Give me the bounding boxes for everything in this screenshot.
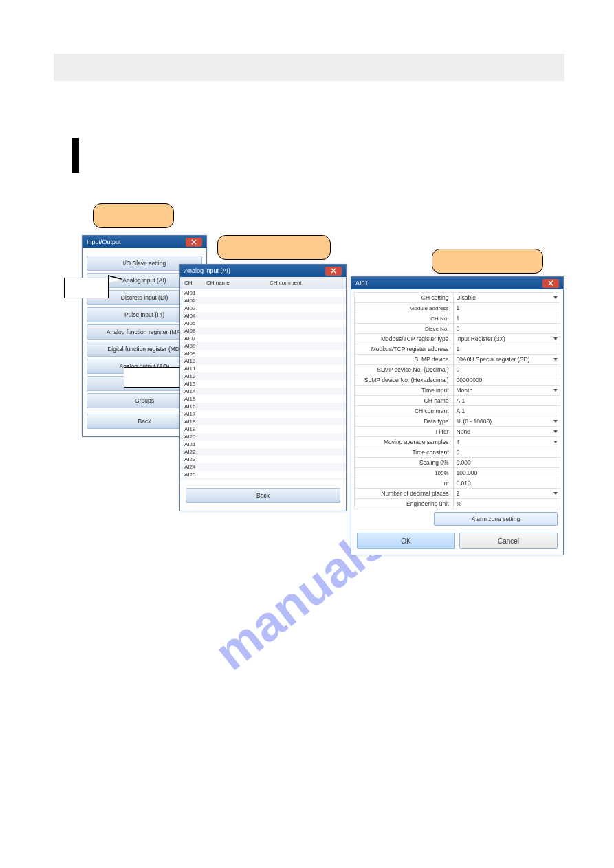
field-value[interactable]: 4	[453, 437, 560, 447]
list-item[interactable]: AI13	[180, 380, 346, 388]
field-value[interactable]: 0.000	[453, 458, 560, 468]
table-row: CH settingDisable	[355, 293, 560, 303]
list-item[interactable]: AI17	[180, 410, 346, 418]
window-title: AI01	[355, 277, 369, 289]
btn-back[interactable]: Back	[186, 488, 340, 503]
close-icon[interactable]	[325, 267, 342, 276]
field-value[interactable]: 0	[453, 365, 560, 375]
callout-box-1	[64, 278, 109, 298]
list-item[interactable]: AI08	[180, 342, 346, 350]
field-label: Data type	[355, 416, 454, 427]
list-item[interactable]: AI19	[180, 425, 346, 433]
col-comment: CH comment	[270, 280, 302, 286]
left-margin-marker	[72, 138, 79, 173]
field-label: Slave No.	[355, 324, 454, 334]
list-item[interactable]: AI18	[180, 418, 346, 425]
table-row: FilterNone	[355, 427, 560, 437]
field-value[interactable]: None	[453, 427, 560, 437]
window-title: Analog input (AI)	[184, 265, 230, 277]
field-value[interactable]: 00A0H Special register (SD)	[453, 355, 560, 365]
field-value[interactable]: 00000000	[453, 375, 560, 386]
list-item[interactable]: AI23	[180, 456, 346, 463]
field-label: Modbus/TCP register type	[355, 334, 454, 344]
titlebar[interactable]: Analog input (AI)	[180, 265, 346, 277]
close-icon[interactable]	[542, 279, 559, 288]
btn-alarm-zone-setting[interactable]: Alarm zone setting	[434, 512, 558, 526]
list-item[interactable]: AI15	[180, 395, 346, 403]
list-item[interactable]: AI10	[180, 357, 346, 365]
field-label: Module address	[355, 303, 454, 313]
table-row: CH No.1	[355, 313, 560, 324]
table-row: Engineering unit%	[355, 499, 560, 509]
table-row: Time inputMonth	[355, 386, 560, 396]
field-label: CH No.	[355, 313, 454, 324]
list-item[interactable]: AI20	[180, 433, 346, 441]
titlebar[interactable]: AI01	[351, 277, 563, 289]
field-value[interactable]: % (0 - 10000)	[453, 416, 560, 427]
field-label: CH comment	[355, 406, 454, 416]
list-item[interactable]: AI22	[180, 448, 346, 456]
col-name: CH name	[206, 280, 270, 286]
table-row: Time constant0	[355, 447, 560, 458]
list-item[interactable]: AI04	[180, 312, 346, 320]
field-value[interactable]: 1	[453, 344, 560, 355]
table-row: CH nameAI1	[355, 396, 560, 406]
list-item[interactable]: AI24	[180, 463, 346, 471]
list-item[interactable]: AI12	[180, 372, 346, 380]
list-item[interactable]: AI05	[180, 320, 346, 327]
field-value[interactable]: Disable	[453, 293, 560, 303]
list-item[interactable]: AI16	[180, 403, 346, 410]
list-item[interactable]: AI02	[180, 297, 346, 304]
table-row: Int0.010	[355, 478, 560, 489]
close-icon[interactable]	[186, 238, 202, 247]
list-item[interactable]: AI25	[180, 471, 346, 478]
field-value[interactable]: 2	[453, 489, 560, 499]
field-label: Number of decimal places	[355, 489, 454, 499]
window-body: CH settingDisableModule address1CH No.1S…	[351, 289, 563, 555]
table-row: Moving average samples4	[355, 437, 560, 447]
field-value[interactable]: Input Register (3X)	[453, 334, 560, 344]
list-header: CH CH name CH comment	[180, 277, 346, 289]
ok-button[interactable]: OK	[357, 533, 455, 549]
field-label: Engineering unit	[355, 499, 454, 509]
field-label: SLMP device No. (Decimal)	[355, 365, 454, 375]
cancel-button[interactable]: Cancel	[459, 533, 558, 549]
list-item[interactable]: AI09	[180, 350, 346, 357]
titlebar[interactable]: Input/Output	[83, 236, 206, 248]
field-label: CH setting	[355, 293, 454, 303]
list-item[interactable]: AI06	[180, 327, 346, 335]
field-value[interactable]: 0	[453, 324, 560, 334]
channel-list[interactable]: AI01AI02AI03AI04AI05AI06AI07AI08AI09AI10…	[180, 289, 346, 480]
field-value[interactable]: 0.010	[453, 478, 560, 489]
field-value[interactable]: %	[453, 499, 560, 509]
table-row: Scaling 0%0.000	[355, 458, 560, 468]
list-item[interactable]: AI14	[180, 388, 346, 395]
table-row: Number of decimal places2	[355, 489, 560, 499]
col-ch: CH	[184, 280, 206, 286]
page-header-bar	[54, 54, 564, 81]
field-label: Int	[355, 478, 454, 489]
list-item[interactable]: AI11	[180, 365, 346, 372]
window-analog-input-list: Analog input (AI) CH CH name CH comment …	[179, 264, 347, 511]
callout-tag-3	[432, 249, 543, 274]
field-label: Modbus/TCP register address	[355, 344, 454, 355]
window-footer: Back	[180, 480, 346, 511]
callout-tag-2	[217, 235, 331, 260]
field-value[interactable]: AI1	[453, 396, 560, 406]
table-row: Slave No.0	[355, 324, 560, 334]
list-item[interactable]: AI21	[180, 441, 346, 448]
list-item[interactable]: AI01	[180, 289, 346, 297]
table-row: SLMP device00A0H Special register (SD)	[355, 355, 560, 365]
field-value[interactable]: 1	[453, 313, 560, 324]
field-value[interactable]: AI1	[453, 406, 560, 416]
list-item[interactable]: AI03	[180, 304, 346, 312]
property-table: CH settingDisableModule address1CH No.1S…	[354, 292, 560, 509]
field-value[interactable]: 100.000	[453, 468, 560, 478]
field-value[interactable]: 0	[453, 447, 560, 458]
callout-tag-1	[93, 203, 174, 228]
field-value[interactable]: Month	[453, 386, 560, 396]
field-label: Scaling 0%	[355, 458, 454, 468]
field-label: 100%	[355, 468, 454, 478]
list-item[interactable]: AI07	[180, 335, 346, 342]
field-value[interactable]: 1	[453, 303, 560, 313]
